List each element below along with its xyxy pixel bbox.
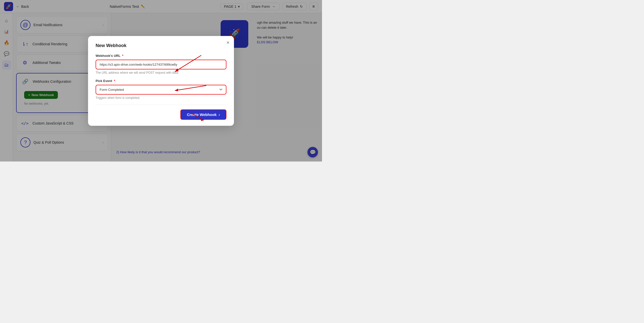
modal-close-button[interactable]: × (226, 40, 229, 45)
create-webhook-arrow-icon: › (219, 112, 220, 117)
create-webhook-label: Create Webhook (187, 112, 217, 117)
url-field-label: Webhook's URL * (96, 54, 226, 58)
event-field-label: Pick Event * (96, 79, 226, 83)
event-required-star: * (114, 79, 115, 83)
url-required-star: * (122, 54, 123, 58)
url-hint: The URL address where we will send POST … (96, 71, 226, 74)
close-icon: × (226, 40, 229, 45)
pick-event-select[interactable]: Form Completed Form Started Field Change… (96, 85, 226, 95)
modal-title: New Webhook (96, 43, 226, 48)
event-hint: Triggers when form is completed. (96, 96, 226, 100)
new-webhook-modal: New Webhook × Webhook's URL * The URL ad… (88, 36, 234, 126)
create-webhook-button[interactable]: Create Webhook › (180, 109, 226, 120)
webhook-url-input[interactable] (96, 60, 226, 69)
modal-overlay[interactable]: New Webhook × Webhook's URL * The URL ad… (0, 0, 322, 162)
modal-footer: Create Webhook › (96, 105, 226, 120)
